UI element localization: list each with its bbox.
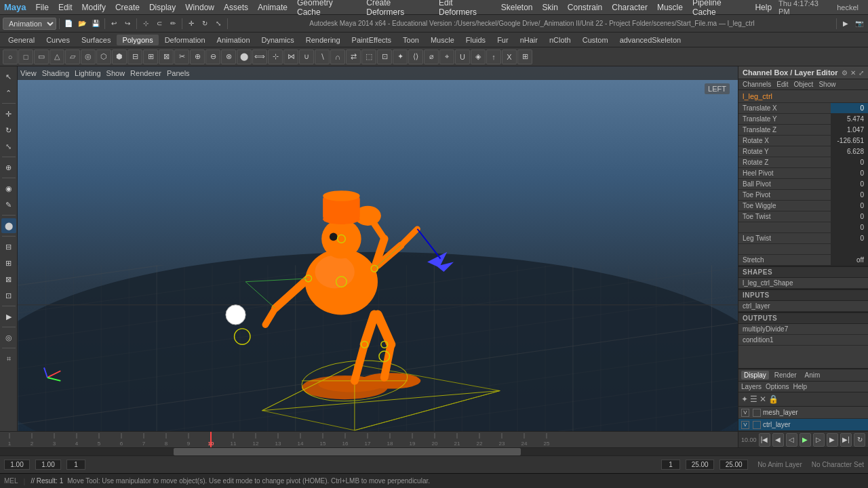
timeline[interactable]: 1 2 3 4 5 6 7 8 9 10 [0,431,868,447]
select-icon[interactable]: ⊹ [140,18,152,30]
open-icon[interactable]: 📂 [76,18,88,30]
prev-frame-button[interactable]: ◀ [772,433,784,447]
tab-custom[interactable]: Custom [577,35,614,45]
menu-file[interactable]: File [32,1,53,14]
tool-transfer[interactable]: ⇄ [346,49,361,64]
tab-deformation[interactable]: Deformation [159,35,211,45]
ch-toe-wiggle-value[interactable]: 0 [831,201,868,211]
channel-heel-pivot[interactable]: Heel Pivot 0 [738,168,868,179]
select-tool[interactable]: ↖ [1,69,16,84]
cb-tab-show[interactable]: Show [818,81,835,88]
lasso-icon[interactable]: ⊂ [153,18,165,30]
ch-heel-pivot-value[interactable]: 0 [831,168,868,178]
tab-rendering[interactable]: Rendering [300,35,346,45]
layer-select-icon[interactable]: ☰ [750,394,757,404]
menu-help[interactable]: Help [751,1,776,14]
tool-normal[interactable]: ↑ [486,49,501,64]
tool-append[interactable]: ⊞ [143,49,158,64]
tool-bridge[interactable]: ⊟ [127,49,142,64]
layer-ctrl-vis[interactable]: V [741,421,749,429]
layer-mesh[interactable]: V mesh_layer [738,407,868,419]
channel-translate-x[interactable]: Translate X 0 [738,103,868,114]
layer-mesh-vis[interactable]: V [741,409,749,417]
layer-lock-icon[interactable]: 🔒 [768,394,778,404]
tab-ncloth[interactable]: nCloth [544,35,576,45]
next-frame-button[interactable]: ▶ [827,433,838,447]
channel-empty1[interactable]: 0 [738,222,868,233]
cb-icon-close[interactable]: ✕ [850,69,856,77]
ch-ball-pivot-value[interactable]: 0 [831,179,868,189]
menu-skin[interactable]: Skin [538,1,562,14]
display-mode3[interactable]: ⊠ [1,272,16,287]
menu-modify[interactable]: Modify [78,1,110,14]
ch-empty2-value[interactable] [831,244,868,254]
tool-color[interactable]: ◈ [471,49,486,64]
channel-ball-pivot[interactable]: Ball Pivot 0 [738,179,868,190]
tool-xray[interactable]: X [502,49,517,64]
layers-sub-help[interactable]: Help [793,383,807,390]
channel-translate-z-value[interactable]: 1.047 [831,125,868,135]
tab-dynamics[interactable]: Dynamics [256,35,300,45]
timeline-scrollbar[interactable] [0,447,868,455]
channel-rotate-y[interactable]: Rotate Y 6.628 [738,146,868,157]
tab-painteffects[interactable]: PaintEffects [347,35,397,45]
layer-delete-icon[interactable]: ✕ [760,394,766,404]
tab-muscle[interactable]: Muscle [425,35,460,45]
frame-display[interactable] [66,460,85,470]
channel-toe-wiggle[interactable]: Toe Wiggle 0 [738,201,868,211]
shapes-value-row[interactable]: l_leg_ctrl_Shape [738,278,868,289]
menu-animate[interactable]: Animate [254,1,292,14]
channel-toe-pivot[interactable]: Toe Pivot 0 [738,190,868,201]
tool-weld[interactable]: ⌀ [424,49,439,64]
menu-create[interactable]: Create [111,1,144,14]
channel-translate-x-value[interactable]: 0 [831,103,868,113]
tool-cylinder[interactable]: ▭ [34,49,49,64]
tab-general[interactable]: General [3,35,40,45]
tool-bool-inter[interactable]: ∩ [330,49,345,64]
render-icon[interactable]: ▶ [840,18,852,30]
current-frame-field[interactable] [4,460,30,470]
menu-pipeline-cache[interactable]: Pipeline Cache [688,0,749,18]
cb-tab-object[interactable]: Object [794,81,814,88]
display-mode4[interactable]: ⊡ [1,288,16,303]
inputs-value-row[interactable]: ctrl_layer [738,301,868,312]
tool-sphere[interactable]: ○ [3,49,18,64]
channel-rotate-y-value[interactable]: 6.628 [831,146,868,157]
undo-icon[interactable]: ↩ [108,18,120,30]
move-icon[interactable]: ✛ [185,18,197,30]
menu-edit[interactable]: Edit [54,1,77,14]
tool-offset[interactable]: ⊖ [205,49,220,64]
channel-box-scroll[interactable]: l_leg_ctrl Translate X 0 Translate Y 5.4… [738,90,868,368]
tool-uv[interactable]: U [455,49,470,64]
tool-cone[interactable]: △ [50,49,64,64]
goto-end-button[interactable]: ▶| [840,433,852,447]
tool-bool-diff[interactable]: ∖ [315,49,330,64]
next-key-button[interactable]: ▷ [813,433,825,447]
display-tab-render[interactable]: Render [772,371,800,380]
tool-bevel[interactable]: ⬢ [112,49,127,64]
timeline-scroll-thumb[interactable] [174,448,521,455]
tool-cleanup[interactable]: ✦ [393,49,408,64]
menu-muscle[interactable]: Muscle [653,1,687,14]
lasso-tool[interactable]: ⌃ [1,85,16,100]
menu-geometry-cache[interactable]: Geometry Cache [293,0,361,18]
ch-empty1-value[interactable]: 0 [831,222,868,232]
menu-window[interactable]: Window [181,1,218,14]
tab-curves[interactable]: Curves [41,35,75,45]
channel-translate-y[interactable]: Translate Y 5.474 [738,114,868,125]
tab-animation[interactable]: Animation [212,35,256,45]
tool-fill[interactable]: ⊠ [159,49,174,64]
save-icon[interactable]: 💾 [90,18,102,30]
outputs-value2-row[interactable]: condition1 [738,335,868,346]
menu-assets[interactable]: Assets [220,1,252,14]
display-mode1[interactable]: ⊟ [1,239,16,254]
menu-skeleton[interactable]: Skeleton [497,1,537,14]
channel-toe-twist[interactable]: Toe Twist 0 [738,211,868,222]
play-button[interactable]: ▶ [800,433,811,447]
tool-wireframe[interactable]: ⊞ [517,49,532,64]
display-tab-anim[interactable]: Anim [802,371,823,380]
display-mode2[interactable]: ⊞ [1,256,16,270]
channel-rotate-x[interactable]: Rotate X -126.651 [738,136,868,146]
tool-snap[interactable]: ⌖ [439,49,454,64]
scale-icon[interactable]: ⤡ [212,18,224,30]
